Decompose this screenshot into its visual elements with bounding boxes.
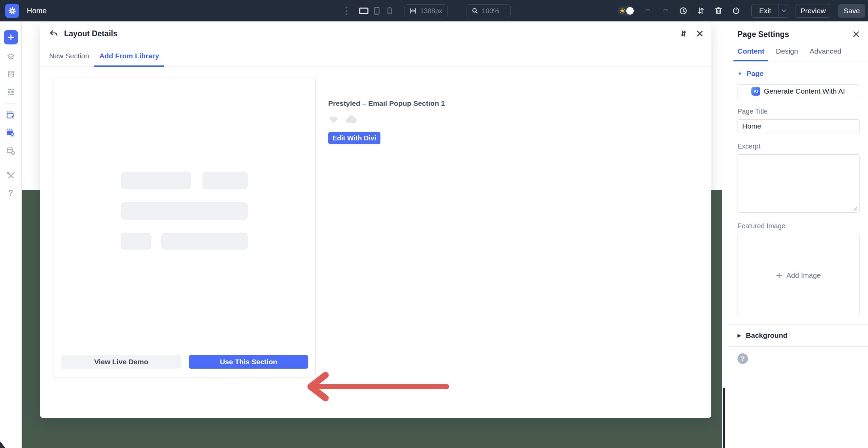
tab-design[interactable]: Design (776, 47, 798, 61)
tablet-view-icon[interactable] (370, 4, 383, 17)
topbar-right: Exit Preview Save (617, 0, 868, 22)
section-page-toggle[interactable]: ▼ Page (728, 70, 868, 78)
sidebar-divider (5, 103, 17, 104)
modal-title: Layout Details (64, 29, 117, 38)
phone-view-icon[interactable] (383, 4, 396, 17)
panel-help-button[interactable]: ? (737, 353, 748, 364)
red-arrow-annotation (304, 372, 467, 402)
exit-label: Exit (752, 7, 778, 15)
view-live-demo-label: View Live Demo (94, 358, 149, 366)
exit-dropdown[interactable] (778, 4, 789, 17)
theme-toggle[interactable] (617, 6, 635, 16)
close-icon[interactable] (695, 29, 704, 38)
generate-content-ai-button[interactable]: AI Generate Content With AI (737, 84, 859, 98)
toggle-knob (626, 7, 634, 15)
panel-divider (728, 346, 868, 347)
ai-badge-icon: AI (751, 87, 760, 96)
layout-preview-card: View Live Demo Use This Section (53, 77, 316, 378)
view-live-demo-button[interactable]: View Live Demo (61, 355, 181, 369)
layout-details-modal: Layout Details New Section Add From Libr… (40, 22, 711, 418)
redo-icon[interactable] (661, 6, 670, 15)
back-icon[interactable] (49, 29, 58, 38)
add-button[interactable] (4, 30, 18, 44)
use-this-section-button[interactable]: Use This Section (189, 355, 308, 369)
topbar-center (343, 0, 511, 22)
plus-icon (776, 272, 783, 279)
placeholder-block (121, 233, 151, 250)
heart-icon[interactable] (328, 114, 339, 124)
width-arrows-icon (409, 7, 417, 14)
placeholder-block (121, 202, 248, 220)
add-image-dropzone[interactable]: Add Image (737, 235, 860, 316)
wireframe-list-icon[interactable] (6, 87, 16, 96)
desktop-view-icon[interactable] (357, 4, 370, 17)
builder-sidebar: ? (0, 22, 22, 448)
insert-section-outline-icon[interactable] (5, 110, 16, 121)
layers-icon[interactable] (6, 52, 16, 62)
insert-section-filled-icon[interactable] (5, 127, 16, 138)
expand-caret-icon: ▶ (737, 333, 741, 338)
tab-new-section[interactable]: New Section (44, 45, 94, 66)
page-title-label: Page Title (737, 108, 859, 115)
module-library-icon[interactable] (6, 146, 16, 156)
add-image-label: Add Image (786, 271, 821, 279)
placeholder-block (121, 172, 191, 189)
tab-content[interactable]: Content (737, 47, 764, 61)
page-settings-panel: Page Settings Content Design Advanced ▼ … (728, 22, 868, 448)
layout-info: Prestyled – Email Popup Section 1 Edit W… (328, 99, 572, 144)
section-background-toggle[interactable]: ▶ Background (728, 325, 868, 346)
zoom-input[interactable] (467, 4, 511, 17)
trash-icon[interactable] (714, 6, 723, 15)
modal-tab-bar: New Section Add From Library (40, 45, 711, 67)
excerpt-label: Excerpt (737, 142, 859, 150)
database-icon[interactable] (6, 70, 16, 79)
help-icon[interactable]: ? (6, 188, 16, 198)
history-icon[interactable] (679, 6, 688, 15)
resize-handle-icon[interactable] (853, 206, 858, 211)
responsive-width-input[interactable] (404, 4, 448, 17)
save-button[interactable]: Save (838, 4, 865, 18)
section-background-label: Background (746, 331, 788, 339)
zoom-value-field[interactable] (482, 7, 506, 15)
panel-header: Page Settings (728, 22, 868, 39)
zoom-magnifier-icon (472, 7, 478, 14)
page-title: Home (27, 6, 47, 15)
collapse-caret-icon: ▼ (737, 71, 742, 76)
section-page-label: Page (747, 70, 764, 78)
exit-button[interactable]: Exit (751, 4, 789, 18)
tab-add-from-library[interactable]: Add From Library (94, 45, 164, 66)
tools-icon[interactable] (6, 171, 16, 180)
plus-icon (7, 34, 15, 41)
portability-icon[interactable] (732, 6, 741, 15)
undo-icon[interactable] (644, 6, 652, 15)
excerpt-textarea[interactable] (737, 154, 860, 213)
save-label: Save (844, 7, 860, 15)
drag-handle-icon[interactable] (343, 4, 350, 17)
generate-content-ai-label: Generate Content With AI (764, 87, 845, 95)
sun-icon (619, 7, 626, 14)
preview-label: Preview (801, 7, 826, 15)
width-value-field[interactable] (420, 7, 445, 15)
canvas-scrollbar[interactable] (723, 388, 725, 448)
preview-button[interactable]: Preview (795, 4, 831, 18)
top-toolbar: Home (0, 0, 868, 22)
cloud-icon[interactable] (344, 114, 359, 124)
panel-close-icon[interactable] (852, 31, 861, 39)
edit-with-divi-label: Edit With Divi (333, 134, 376, 142)
sort-icon[interactable] (696, 6, 705, 15)
topbar-left: Home (0, 4, 47, 18)
tab-advanced[interactable]: Advanced (810, 47, 841, 61)
gear-icon (8, 7, 16, 15)
sort-layouts-icon[interactable] (679, 29, 688, 38)
caret-down-icon (782, 9, 786, 12)
layout-name: Prestyled – Email Popup Section 1 (328, 99, 572, 108)
placeholder-block (161, 233, 248, 250)
layout-meta-icons (328, 114, 572, 124)
cursor-artifact (0, 441, 5, 448)
use-this-section-label: Use This Section (220, 358, 277, 366)
edit-with-divi-button[interactable]: Edit With Divi (328, 132, 380, 144)
page-title-input[interactable] (737, 119, 860, 133)
featured-image-label: Featured Image (737, 222, 859, 230)
modal-header: Layout Details (40, 22, 711, 45)
divi-logo-button[interactable] (5, 4, 19, 18)
